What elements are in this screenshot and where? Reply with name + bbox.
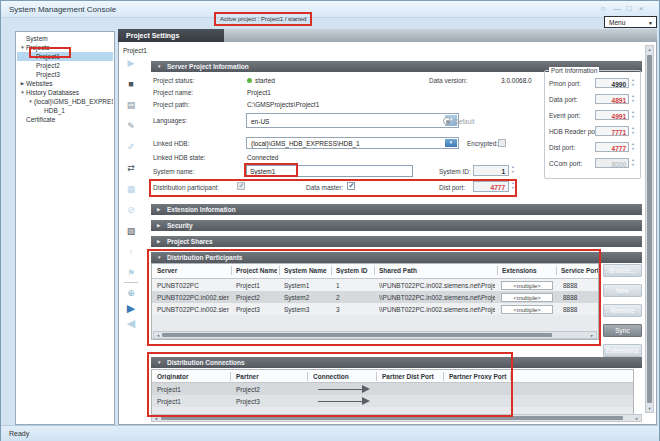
menu-dropdown[interactable]: Menu ▼ — [604, 16, 657, 28]
sync-button[interactable]: Sync — [603, 324, 642, 337]
extensions-cell[interactable]: <multiple> — [501, 281, 553, 290]
distribution-participant-label: Distribution participant: — [153, 184, 219, 192]
scroll-right-icon[interactable]: ► — [589, 332, 595, 339]
minimize-icon[interactable]: — — [611, 3, 623, 14]
tree-item-history-databases[interactable]: ▼History Databases — [17, 88, 113, 97]
tree-item-project1[interactable]: Project1 — [17, 52, 113, 61]
tree-item-websites[interactable]: ▶Websites — [17, 79, 113, 88]
link-hdb-icon[interactable]: ⇄ — [122, 162, 140, 175]
section-extension-information[interactable]: ▶ Extension Information — [151, 204, 642, 215]
spinner-arrows-icon[interactable]: ▲▼ — [630, 142, 636, 153]
upgrade-project-icon[interactable]: ▤ — [122, 99, 140, 112]
add-icon[interactable]: ⊕ — [122, 287, 140, 300]
section-project-shares[interactable]: ▶ Project Shares — [151, 236, 642, 247]
col-header-partner-dist-port[interactable]: Partner Dist Port — [382, 373, 440, 380]
scroll-left-icon[interactable]: ◄ — [153, 415, 159, 422]
encrypted-checkbox[interactable] — [498, 139, 506, 147]
spinner-arrows-icon[interactable]: ▲▼ — [510, 165, 516, 176]
stop-project-icon[interactable]: ■ — [122, 78, 140, 91]
scrollbar-thumb[interactable] — [161, 416, 623, 420]
participants-hscrollbar[interactable]: ◄ ► — [153, 331, 597, 339]
col-header-project-name[interactable]: Project Name — [236, 267, 277, 274]
dist-port-spinner[interactable]: 4777 — [473, 181, 509, 192]
tree-collapsed-icon[interactable]: ▶ — [19, 79, 26, 88]
chevron-down-icon[interactable]: ▼ — [445, 139, 457, 147]
distribution-participant-checkbox[interactable]: ✓ — [237, 182, 245, 190]
save-icon[interactable]: ▦ — [122, 183, 140, 196]
participant-row-3[interactable]: PUNBT022PC.in002.siemens.net Project3 Sy… — [152, 303, 598, 315]
tree-expanded-icon[interactable]: ▼ — [19, 43, 26, 52]
spinner-arrows-icon[interactable]: ▲▼ — [630, 126, 636, 137]
section-distribution-connections[interactable]: ▼ Distribution Connections — [151, 357, 642, 368]
col-header-partner[interactable]: Partner — [236, 373, 304, 380]
close-icon[interactable]: × — [635, 3, 647, 14]
data-port-field[interactable]: 4891 — [595, 94, 629, 104]
remove-button[interactable]: Remove — [603, 304, 642, 317]
spinner-arrows-icon[interactable]: ▲▼ — [630, 78, 636, 89]
new-button[interactable]: New — [603, 284, 642, 297]
connection-row-1[interactable]: Project1 Project2 — [152, 383, 633, 395]
linked-hdb-dropdown[interactable]: (local)\GMS_HDB_EXPRESS\HDB_1 ▼ — [246, 137, 459, 149]
col-header-originator[interactable]: Originator — [157, 373, 227, 380]
tree-item-projects[interactable]: ▼Projects — [17, 43, 113, 52]
participant-row-2[interactable]: PUNBT022PC.in002.siemens.net Project2 Sy… — [152, 291, 598, 303]
scrollbar-thumb[interactable] — [647, 55, 652, 403]
tree-item-project2[interactable]: Project2 — [17, 61, 113, 70]
extensions-cell[interactable]: <multiple> — [501, 293, 553, 302]
col-header-server[interactable]: Server — [157, 267, 229, 274]
extensions-cell[interactable]: <multiple> — [501, 305, 553, 314]
tree-item-certificate[interactable]: Certificate — [17, 115, 113, 124]
main-vscrollbar[interactable]: ▲ ▼ — [645, 45, 654, 413]
participant-row-1[interactable]: PUNBT022PC Project1 System1 1 \\PUNBT022… — [152, 279, 598, 291]
tree-item-local-hdb-express[interactable]: ▼(local)\GMS_HDB_EXPRESS — [17, 97, 113, 106]
spinner-arrows-icon[interactable]: ▲▼ — [510, 181, 516, 192]
col-header-system-name[interactable]: System Name — [284, 267, 329, 274]
tree-item-system[interactable]: System — [17, 34, 113, 43]
spinner-arrows-icon[interactable]: ▲▼ — [630, 94, 636, 105]
default-language-radio[interactable] — [443, 117, 451, 125]
hdb-reader-port-field[interactable]: 7771 — [595, 126, 629, 136]
tree-expanded-icon[interactable]: ▼ — [27, 97, 34, 106]
event-port-field[interactable]: 4991 — [595, 110, 629, 120]
connections-table-header: Originator Partner Connection Partner Di… — [152, 370, 633, 383]
col-header-extensions[interactable]: Extensions — [502, 267, 554, 274]
tree-expanded-icon[interactable]: ▼ — [19, 88, 26, 97]
spinner-arrows-icon[interactable]: ▲▼ — [630, 110, 636, 121]
dist-port-info-field[interactable]: 4777 — [595, 142, 629, 152]
section-distribution-participants[interactable]: ▼ Distribution Participants — [151, 252, 642, 263]
activate-icon[interactable]: ▶ — [122, 302, 140, 315]
scroll-up-icon[interactable]: ▲ — [646, 46, 653, 53]
data-master-checkbox[interactable]: ✓ — [347, 182, 355, 190]
maximize-icon[interactable]: □ — [623, 3, 635, 14]
scroll-down-icon[interactable]: ▼ — [646, 405, 653, 412]
col-header-system-id[interactable]: System ID — [336, 267, 372, 274]
tab-project-settings[interactable]: Project Settings — [118, 29, 224, 42]
section-security[interactable]: ▶ Security — [151, 220, 642, 231]
pin-icon[interactable]: ⚑ — [122, 267, 140, 280]
main-hscrollbar[interactable]: ◄ ► — [151, 414, 642, 422]
session-icon[interactable]: ○ — [597, 3, 609, 14]
col-header-connection[interactable]: Connection — [313, 373, 373, 380]
tree-item-hdb-1[interactable]: HDB_1 — [17, 106, 113, 115]
erase-project-icon[interactable]: ✐ — [122, 141, 140, 154]
scroll-right-icon[interactable]: ► — [634, 415, 640, 422]
languages-dropdown[interactable]: en-US ▼ — [246, 113, 459, 128]
cancel-icon[interactable]: ⊘ — [122, 204, 140, 217]
start-project-icon[interactable]: ▶ — [122, 57, 140, 70]
scrollbar-thumb[interactable] — [162, 333, 552, 337]
system-id-spinner[interactable]: 1 — [473, 165, 509, 176]
browse-button[interactable]: Browse... — [603, 264, 642, 277]
col-header-shared-path[interactable]: Shared Path — [379, 267, 495, 274]
upload-icon[interactable]: ↑ — [122, 246, 140, 259]
edit-project-icon[interactable]: ✎ — [122, 120, 140, 133]
col-header-service-port[interactable]: Service Port — [561, 267, 598, 274]
system-name-input[interactable] — [246, 165, 413, 177]
col-header-partner-proxy-port[interactable]: Partner Proxy Port — [449, 373, 509, 380]
pmon-port-field[interactable]: 4990 — [595, 78, 629, 88]
extensions-button[interactable]: Extensions — [603, 344, 642, 357]
tree-item-project3[interactable]: Project3 — [17, 70, 113, 79]
connection-row-2[interactable]: Project1 Project3 — [152, 395, 633, 407]
hdb-settings-icon[interactable]: ▧ — [122, 225, 140, 238]
deactivate-icon[interactable]: ◀ — [122, 317, 140, 330]
scroll-left-icon[interactable]: ◄ — [155, 332, 161, 339]
